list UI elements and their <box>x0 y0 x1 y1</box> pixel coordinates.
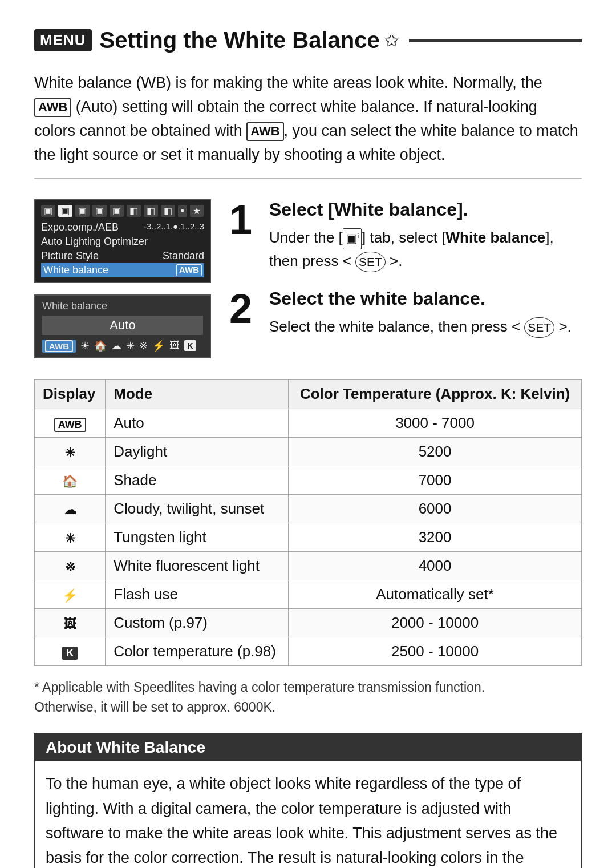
wb-icon-tungsten: ✳ <box>126 340 135 353</box>
cs-icon-1: ▣ <box>41 205 55 217</box>
cs-icon-3: ▣ <box>75 205 90 217</box>
cs-icons-row: ▣ ▣ ▣ ▣ ▣ ◧ ◧ ◧ ▪ ★ <box>41 205 204 217</box>
table-header-mode: Mode <box>106 380 289 409</box>
table-row: ☀ Daylight 5200 <box>35 438 582 466</box>
wb-icon-awb: AWB <box>42 340 76 353</box>
camera-screen: ▣ ▣ ▣ ▣ ▣ ◧ ◧ ◧ ▪ ★ Expo.comp./AEB -3..2… <box>34 199 211 283</box>
menu-badge: MENU <box>34 29 92 51</box>
table-cell-mode: Auto <box>106 409 289 438</box>
step-1-number: 1 <box>229 199 259 240</box>
cloudy-icon: ☁ <box>64 503 76 518</box>
cs-expo-label: Expo.comp./AEB <box>41 221 119 233</box>
cs-icon-star: ★ <box>190 205 204 217</box>
table-cell-mode: Cloudy, twilight, sunset <box>106 495 289 523</box>
table-cell-display: K <box>35 637 106 666</box>
steps-area: ▣ ▣ ▣ ▣ ▣ ◧ ◧ ◧ ▪ ★ Expo.comp./AEB -3..2… <box>34 199 582 358</box>
left-panels: ▣ ▣ ▣ ▣ ▣ ◧ ◧ ◧ ▪ ★ Expo.comp./AEB -3..2… <box>34 199 211 358</box>
step1-set-btn: SET <box>355 252 386 273</box>
step-2-number: 2 <box>229 288 259 329</box>
cs-expo-value: -3..2..1.●.1..2..3 <box>144 221 204 233</box>
cs-icon-2-active: ▣ <box>58 205 72 217</box>
step-2-content: Select the white balance. Select the whi… <box>269 288 582 338</box>
wb-select-screen: White balance Auto AWB ☀ 🏠 ☁ ✳ ※ ⚡ 🖼 K <box>34 294 211 358</box>
table-cell-temp: 4000 <box>289 552 582 580</box>
wb-icon-sun: ☀ <box>80 340 90 353</box>
wb-icons-row: AWB ☀ 🏠 ☁ ✳ ※ ⚡ 🖼 K <box>42 340 203 353</box>
table-header-temp: Color Temperature (Approx. K: Kelvin) <box>289 380 582 409</box>
awb-display-badge: AWB <box>54 418 86 432</box>
title-bar-line <box>409 39 582 42</box>
about-header: About White Balance <box>35 734 581 761</box>
table-cell-mode: Daylight <box>106 438 289 466</box>
cs-wb-label: White balance <box>43 264 108 276</box>
footnote: * Applicable with Speedlites having a co… <box>34 677 582 717</box>
table-cell-display: ☁ <box>35 495 106 523</box>
cs-wb-value: AWB <box>176 264 202 276</box>
footnote-line2: Otherwise, it will be set to approx. 600… <box>34 697 582 717</box>
cs-ali-label: Auto Lighting Optimizer <box>41 236 148 248</box>
table-row: ※ White fluorescent light 4000 <box>35 552 582 580</box>
footnote-line1: * Applicable with Speedlites having a co… <box>34 677 582 697</box>
table-cell-temp: Automatically set* <box>289 580 582 609</box>
table-row: ☁ Cloudy, twilight, sunset 6000 <box>35 495 582 523</box>
about-body: To the human eye, a white object looks w… <box>35 761 581 868</box>
step-1-title: Select [White balance]. <box>269 199 582 220</box>
step-2-title: Select the white balance. <box>269 288 582 309</box>
table-cell-display: ⚡ <box>35 580 106 609</box>
step1-desc1: Under the [ <box>269 229 343 246</box>
custom-icon: 🖼 <box>64 617 76 632</box>
table-cell-temp: 3200 <box>289 523 582 552</box>
table-cell-temp: 7000 <box>289 466 582 495</box>
cs-icon-5: ▣ <box>110 205 124 217</box>
page-title: Setting the White Balance <box>100 27 380 53</box>
table-cell-temp: 5200 <box>289 438 582 466</box>
table-cell-temp: 2000 - 10000 <box>289 609 582 637</box>
cs-icon-7: ◧ <box>144 205 158 217</box>
cs-ps-label: Picture Style <box>41 250 99 262</box>
fluor-icon: ※ <box>65 560 75 575</box>
table-cell-temp: 3000 - 7000 <box>289 409 582 438</box>
step1-tab-icon: ▣i <box>343 228 362 249</box>
wb-icon-fluor: ※ <box>139 340 148 353</box>
step2-set-btn: SET <box>524 317 554 338</box>
wb-icon-shade: 🏠 <box>94 340 107 353</box>
cs-row-expo: Expo.comp./AEB -3..2..1.●.1..2..3 <box>41 220 204 235</box>
page-title-bar: MENU Setting the White Balance ✩ <box>34 27 582 53</box>
step-1-desc: Under the [▣i] tab, select [White balanc… <box>269 226 582 272</box>
awb-badge-1: AWB <box>34 98 71 117</box>
cs-ps-value: Standard <box>163 250 204 262</box>
about-section: About White Balance To the human eye, a … <box>34 733 582 868</box>
star-icon: ✩ <box>384 30 399 50</box>
wb-auto-text: Auto <box>42 316 203 335</box>
table-cell-display: ※ <box>35 552 106 580</box>
table-row: AWB Auto 3000 - 7000 <box>35 409 582 438</box>
table-header-display: Display <box>35 380 106 409</box>
intro-text-1: White balance (WB) is for making the whi… <box>34 74 542 91</box>
step-1-block: 1 Select [White balance]. Under the [▣i]… <box>229 199 582 272</box>
table-cell-display: AWB <box>35 409 106 438</box>
tungsten-icon: ✳ <box>65 531 75 546</box>
table-cell-display: 🏠 <box>35 466 106 495</box>
cs-row-ps: Picture Style Standard <box>41 249 204 263</box>
shade-icon: 🏠 <box>62 474 78 489</box>
step2-desc1: Select the white balance, then press < <box>269 318 524 335</box>
table-cell-temp: 6000 <box>289 495 582 523</box>
table-row: 🏠 Shade 7000 <box>35 466 582 495</box>
table-cell-display: 🖼 <box>35 609 106 637</box>
table-cell-mode: Tungsten light <box>106 523 289 552</box>
table-cell-mode: Shade <box>106 466 289 495</box>
wb-screen-label: White balance <box>42 300 203 312</box>
wb-icon-cloud: ☁ <box>111 340 121 353</box>
cs-icon-4: ▣ <box>92 205 107 217</box>
table-cell-mode: Custom (p.97) <box>106 609 289 637</box>
table-cell-display: ☀ <box>35 438 106 466</box>
table-cell-temp: 2500 - 10000 <box>289 637 582 666</box>
wb-table: Display Mode Color Temperature (Approx. … <box>34 379 582 666</box>
table-cell-mode: White fluorescent light <box>106 552 289 580</box>
awb-badge-2: AWB <box>246 122 283 141</box>
step1-desc3: >. <box>386 252 403 269</box>
intro-paragraph: White balance (WB) is for making the whi… <box>34 71 582 179</box>
cs-icon-8: ◧ <box>161 205 175 217</box>
table-cell-mode: Color temperature (p.98) <box>106 637 289 666</box>
cs-row-wb: White balance AWB <box>41 263 204 277</box>
